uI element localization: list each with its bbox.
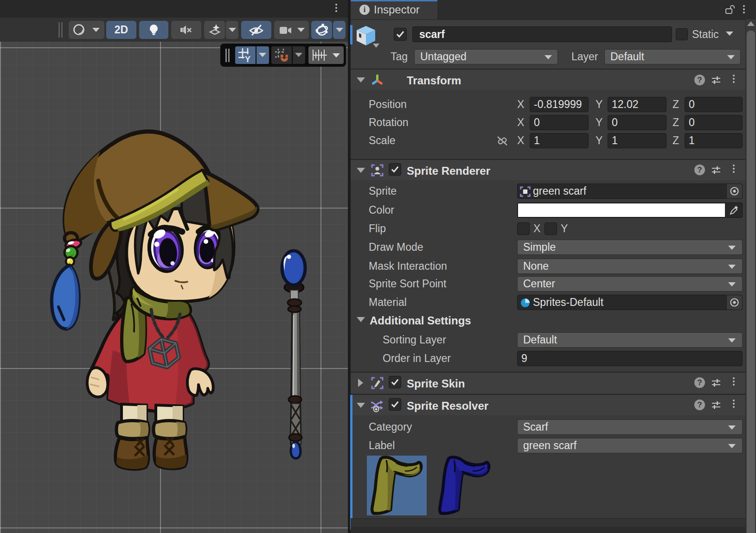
svg-text:Y: Y (245, 55, 250, 62)
